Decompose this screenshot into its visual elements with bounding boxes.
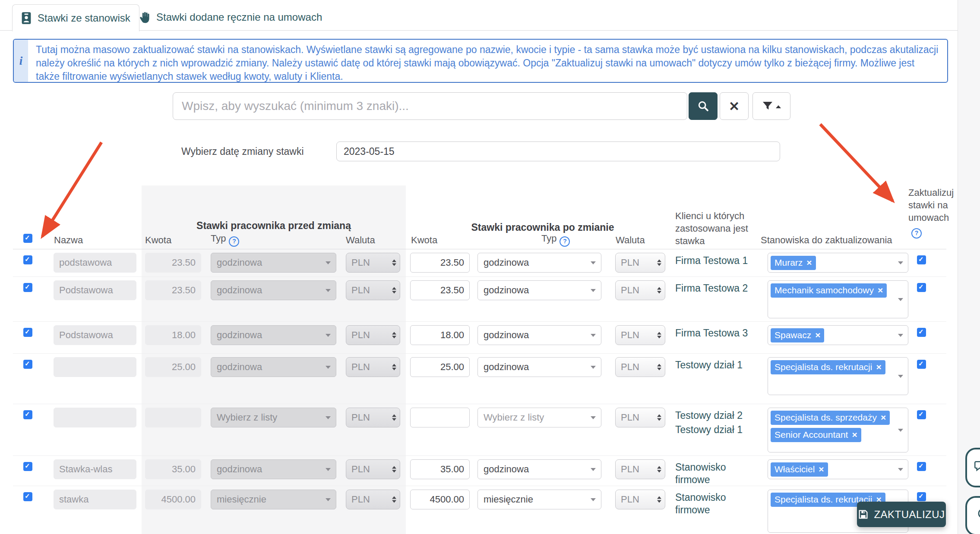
type-after-select[interactable]: godzinowa <box>477 280 601 300</box>
position-tag[interactable]: Właściciel <box>771 462 828 477</box>
amount-after-input[interactable] <box>410 280 470 300</box>
positions-multiselect[interactable]: Spawacz <box>768 325 908 345</box>
currency-after-select[interactable]: PLN <box>615 459 665 479</box>
update-on-contracts-checkbox[interactable] <box>917 410 926 419</box>
amount-before-input <box>145 490 201 509</box>
type-before-select: godzinowa <box>211 253 336 273</box>
positions-multiselect[interactable]: Specjalista ds. rekrutacji <box>768 357 908 395</box>
clear-search-button[interactable] <box>720 92 749 120</box>
header-amount-before: Kwota <box>145 235 171 246</box>
row-select-checkbox[interactable] <box>23 283 32 292</box>
chat-icon <box>974 460 980 475</box>
client-label: Stanowisko firmowe <box>675 459 755 486</box>
date-label: Wybierz datę zmiany stawki <box>181 146 304 157</box>
date-input[interactable] <box>336 141 780 161</box>
row-select-checkbox[interactable] <box>23 492 32 501</box>
position-tag[interactable]: Senior Accountant <box>771 428 861 442</box>
type-after-select[interactable]: godzinowa <box>477 357 601 377</box>
update-on-contracts-checkbox[interactable] <box>917 462 926 471</box>
currency-after-select[interactable]: PLN <box>615 490 665 509</box>
position-tag[interactable]: Specjalista ds. rekrutacji <box>771 360 885 374</box>
currency-after-select[interactable]: PLN <box>615 357 665 377</box>
chevron-down-icon <box>591 468 596 471</box>
remove-tag-icon[interactable] <box>852 430 857 440</box>
type-after-select[interactable]: miesięcznie <box>477 490 601 509</box>
tips-widget-button[interactable] <box>965 496 980 534</box>
header-type-before: Typ <box>211 233 226 244</box>
help-icon[interactable] <box>911 228 922 239</box>
type-after-select[interactable]: godzinowa <box>477 253 601 273</box>
table-row: godzinowa PLN godzinowa PLN Firma Testow… <box>13 322 946 354</box>
amount-after-input[interactable] <box>410 325 470 345</box>
remove-tag-icon[interactable] <box>881 412 886 422</box>
remove-tag-icon[interactable] <box>819 464 824 474</box>
row-select-checkbox[interactable] <box>23 462 32 471</box>
currency-after-select[interactable]: PLN <box>615 280 665 300</box>
row-select-checkbox[interactable] <box>23 360 32 369</box>
hand-icon <box>139 11 150 23</box>
type-after-select[interactable]: godzinowa <box>477 459 601 479</box>
row-select-checkbox[interactable] <box>23 410 32 419</box>
update-button[interactable]: ZAKTUALIZUJ <box>857 502 946 527</box>
amount-after-input[interactable] <box>410 490 470 509</box>
chevron-down-icon <box>326 334 331 337</box>
positions-multiselect[interactable]: Właściciel <box>768 459 908 479</box>
lightbulb-icon <box>977 508 980 524</box>
tab-bar: Stawki ze stanowisk Stawki dodane ręczni… <box>0 0 958 31</box>
currency-before-select: PLN <box>346 490 400 509</box>
filter-icon <box>762 101 773 111</box>
amount-after-input[interactable] <box>410 459 470 479</box>
filter-button[interactable] <box>752 92 790 120</box>
currency-after-select[interactable]: PLN <box>615 408 665 427</box>
chevron-down-icon <box>591 366 596 369</box>
spinner-arrows-icon <box>657 415 661 421</box>
chevron-down-icon <box>326 416 331 419</box>
position-tag[interactable]: Mechanik samochodowy <box>771 283 887 298</box>
search-input[interactable] <box>173 92 687 120</box>
help-icon[interactable] <box>229 236 239 247</box>
currency-after-select[interactable]: PLN <box>615 253 665 273</box>
help-icon[interactable] <box>560 236 570 247</box>
update-on-contracts-checkbox[interactable] <box>917 328 926 337</box>
client-label: Testowy dział 1 <box>675 357 755 371</box>
amount-before-input <box>145 253 201 273</box>
remove-tag-icon[interactable] <box>878 285 883 295</box>
search-button[interactable] <box>689 92 718 120</box>
positions-multiselect[interactable]: Specjalista ds. sprzedaży Senior Account… <box>768 408 908 452</box>
update-on-contracts-checkbox[interactable] <box>917 492 926 501</box>
tab-rates-added-manually[interactable]: Stawki dodane ręcznie na umowach <box>130 4 331 30</box>
select-all-checkbox[interactable] <box>23 234 32 243</box>
row-select-checkbox[interactable] <box>23 328 32 337</box>
spinner-arrows-icon <box>657 332 661 339</box>
position-tag[interactable]: Specjalista ds. sprzedaży <box>771 411 890 425</box>
remove-tag-icon[interactable] <box>876 362 881 372</box>
amount-after-input[interactable] <box>410 253 470 273</box>
amount-after-input[interactable] <box>410 408 470 427</box>
update-on-contracts-checkbox[interactable] <box>917 255 926 264</box>
type-before-select: miesięcznie <box>211 490 336 509</box>
chevron-down-icon <box>591 416 596 419</box>
position-tag[interactable]: Murarz <box>771 256 816 270</box>
update-on-contracts-checkbox[interactable] <box>917 360 926 369</box>
spinner-arrows-icon <box>392 260 396 266</box>
table-row: miesięcznie PLN miesięcznie PLN Stanowis… <box>13 486 946 534</box>
remove-tag-icon[interactable] <box>815 330 820 340</box>
tab-label: Stawki ze stanowisk <box>38 12 130 24</box>
chat-widget-button[interactable] <box>965 448 980 487</box>
positions-multiselect[interactable]: Mechanik samochodowy <box>768 280 908 318</box>
save-icon <box>858 509 869 520</box>
positions-multiselect[interactable]: Murarz <box>768 253 908 273</box>
spinner-arrows-icon <box>657 496 661 503</box>
type-after-select[interactable]: godzinowa <box>477 325 601 345</box>
position-tag[interactable]: Spawacz <box>771 328 824 342</box>
amount-after-input[interactable] <box>410 357 470 377</box>
remove-tag-icon[interactable] <box>806 258 812 267</box>
type-before-select: godzinowa <box>211 357 336 377</box>
tab-rates-from-positions[interactable]: Stawki ze stanowisk <box>12 4 139 31</box>
update-on-contracts-checkbox[interactable] <box>917 283 926 292</box>
row-select-checkbox[interactable] <box>23 255 32 264</box>
header-group-before: Stawki pracownika przed zmianą <box>142 220 406 232</box>
table-row: godzinowa PLN godzinowa PLN Firma Testow… <box>13 277 946 322</box>
type-after-select[interactable]: Wybierz z listy <box>477 408 601 427</box>
currency-after-select[interactable]: PLN <box>615 325 665 345</box>
